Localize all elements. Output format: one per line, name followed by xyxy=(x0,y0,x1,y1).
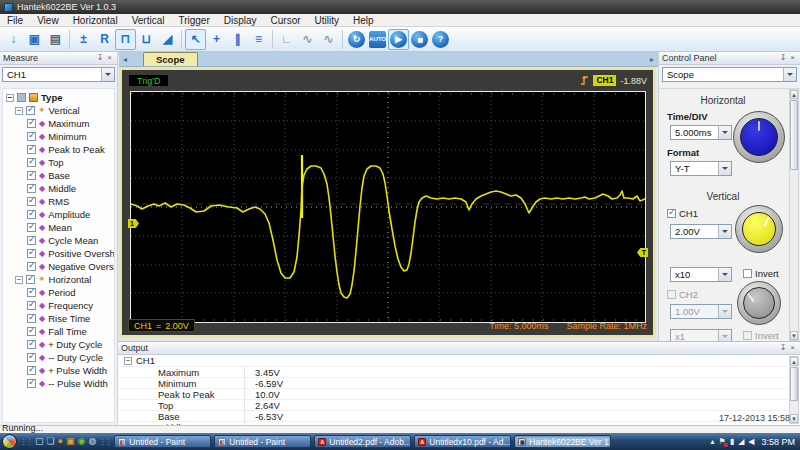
measure-item-minimum[interactable]: Minimum xyxy=(3,130,114,143)
measure-item-pos-pulse-width[interactable]: + Pulse Width xyxy=(3,364,114,377)
signal-icon[interactable]: ◢ xyxy=(738,434,744,449)
math-icon[interactable]: ± xyxy=(73,29,94,50)
measure-item-positive-overshoot[interactable]: Positive Overshoot xyxy=(3,247,114,260)
checkbox-icon[interactable] xyxy=(26,275,35,284)
menu-cursor[interactable]: Cursor xyxy=(264,14,308,27)
tab-scroll-left-icon[interactable]: ◂ xyxy=(119,53,131,66)
task-button-hantek[interactable]: ▣Hantek6022BE Ver 1... xyxy=(514,435,611,448)
ch2-enable-checkbox[interactable]: CH2 xyxy=(667,289,698,300)
measure-item-amplitude[interactable]: Amplitude xyxy=(3,208,114,221)
measure-item-negative-overshoot[interactable]: Negative Overshoot xyxy=(3,260,114,273)
task-button-pdf-1[interactable]: AUntitled2.pdf - Adob... xyxy=(314,435,411,448)
measure-item-horizontal[interactable]: Horizontal xyxy=(3,273,114,286)
menu-help[interactable]: Help xyxy=(346,14,381,27)
measure-item-peak-to-peak[interactable]: Peak to Peak xyxy=(3,143,114,156)
collapse-icon[interactable] xyxy=(15,107,23,115)
scroll-up-icon[interactable]: ▲ xyxy=(790,357,798,366)
control-panel-scrollbar[interactable]: ▲ ▼ xyxy=(789,89,799,341)
refresh-icon[interactable]: ↻ xyxy=(346,29,367,50)
checkbox-icon[interactable] xyxy=(27,158,36,167)
media-app-icon[interactable]: ▣ xyxy=(66,434,75,449)
volume-icon[interactable]: ◀ xyxy=(748,434,754,449)
measure-item-neg-pulse-width[interactable]: -- Pulse Width xyxy=(3,377,114,390)
scroll-up-icon[interactable]: ▲ xyxy=(790,90,798,99)
checkbox-icon[interactable] xyxy=(27,184,36,193)
help-icon[interactable]: ? xyxy=(430,29,451,50)
measure-item-neg-duty-cycle[interactable]: -- Duty Cycle xyxy=(3,351,114,364)
measure-item-type[interactable]: Type xyxy=(3,91,114,104)
checkbox-icon[interactable] xyxy=(27,262,36,271)
ch1-invert-checkbox[interactable]: Invert xyxy=(743,268,779,279)
checkbox-icon[interactable] xyxy=(27,288,36,297)
checkbox-icon[interactable] xyxy=(27,353,36,362)
collapse-icon[interactable] xyxy=(124,357,132,365)
menu-trigger[interactable]: Trigger xyxy=(171,14,216,27)
format-select[interactable]: Y-T xyxy=(670,161,732,176)
reference-icon[interactable]: R xyxy=(94,29,115,50)
cursor-vertical-icon[interactable]: ∥ xyxy=(227,29,248,50)
checkbox-icon[interactable] xyxy=(26,106,35,115)
ch1-volts-select[interactable]: 2.00V xyxy=(670,224,732,239)
checkbox-icon[interactable] xyxy=(27,340,36,349)
checkbox-icon[interactable] xyxy=(27,132,36,141)
measure-item-fall-time[interactable]: Fall Time xyxy=(3,325,114,338)
menu-vertical[interactable]: Vertical xyxy=(125,14,172,27)
checkbox-icon[interactable] xyxy=(27,366,36,375)
measure-item-top[interactable]: Top xyxy=(3,156,114,169)
pulse-positive-icon[interactable]: ⊓ xyxy=(115,29,136,50)
browser-icon[interactable]: ● xyxy=(58,434,63,449)
checkbox-icon[interactable] xyxy=(27,210,36,219)
measure-item-mean[interactable]: Mean xyxy=(3,221,114,234)
checkbox-icon[interactable] xyxy=(27,301,36,310)
window-switcher-icon[interactable]: ❏ xyxy=(47,434,55,449)
checkbox-icon[interactable] xyxy=(27,379,36,388)
measure-item-vertical[interactable]: Vertical xyxy=(3,104,114,117)
battery-icon[interactable]: ▮ xyxy=(730,434,734,449)
hidden-icons-chevron-icon[interactable]: ▴ xyxy=(711,434,715,449)
timediv-select[interactable]: 5.000ms xyxy=(670,125,732,140)
auto-icon[interactable]: AUTO xyxy=(367,29,388,50)
measure-item-period[interactable]: Period xyxy=(3,286,114,299)
checkbox-icon[interactable] xyxy=(27,197,36,206)
measure-item-middle[interactable]: Middle xyxy=(3,182,114,195)
checkbox-icon[interactable] xyxy=(27,249,36,258)
output-scrollbar[interactable]: ▲ ▼ xyxy=(789,356,799,424)
measure-item-rms[interactable]: RMS xyxy=(3,195,114,208)
checkbox-icon[interactable] xyxy=(27,119,36,128)
menu-display[interactable]: Display xyxy=(217,14,264,27)
measure-item-rise-time[interactable]: Rise Time xyxy=(3,312,114,325)
scrollbar-thumb[interactable] xyxy=(790,100,798,170)
save-icon[interactable]: ▣ xyxy=(24,29,45,50)
menu-view[interactable]: View xyxy=(30,14,66,27)
cursor-horizontal-icon[interactable]: ≡ xyxy=(248,29,269,50)
measure-item-base[interactable]: Base xyxy=(3,169,114,182)
output-group-ch1[interactable]: CH1 xyxy=(118,355,788,367)
pause-icon[interactable]: ▮▮ xyxy=(409,29,430,50)
pin-icon[interactable]: ↧ xyxy=(778,343,789,353)
ch1-probe-select[interactable]: x10 xyxy=(670,267,732,282)
collapse-icon[interactable] xyxy=(15,276,23,284)
control-panel-mode-select[interactable]: Scope xyxy=(662,67,797,82)
tab-scroll-right-icon[interactable]: ▸ xyxy=(646,53,658,66)
ramp-icon[interactable]: ◢ xyxy=(157,29,178,50)
scrollbar-thumb[interactable] xyxy=(790,367,798,401)
network-places-icon[interactable]: ◍ xyxy=(88,434,96,449)
taskbar-clock[interactable]: 3:58 PM xyxy=(761,437,795,447)
scroll-down-icon[interactable]: ▼ xyxy=(790,331,798,340)
task-button-paint-1[interactable]: ◧Untitled - Paint xyxy=(114,435,211,448)
pulse-negative-icon[interactable]: ⊔ xyxy=(136,29,157,50)
checkbox-icon[interactable] xyxy=(27,171,36,180)
measure-item-pos-duty-cycle[interactable]: + Duty Cycle xyxy=(3,338,114,351)
ch1-position-knob[interactable] xyxy=(735,205,783,253)
cursor-arrow-icon[interactable]: ↖ xyxy=(185,29,206,50)
collapse-icon[interactable] xyxy=(6,94,14,102)
pin-icon[interactable]: ↧ xyxy=(778,53,789,63)
menu-utility[interactable]: Utility xyxy=(308,14,346,27)
tab-scope[interactable]: Scope xyxy=(143,52,198,66)
checkbox-icon[interactable] xyxy=(27,314,36,323)
measure-item-maximum[interactable]: Maximum xyxy=(3,117,114,130)
checkbox-icon[interactable] xyxy=(27,236,36,245)
measure-channel-select[interactable]: CH1 xyxy=(2,67,115,82)
pin-icon[interactable]: ↧ xyxy=(95,53,106,63)
close-icon[interactable]: × xyxy=(105,53,114,63)
